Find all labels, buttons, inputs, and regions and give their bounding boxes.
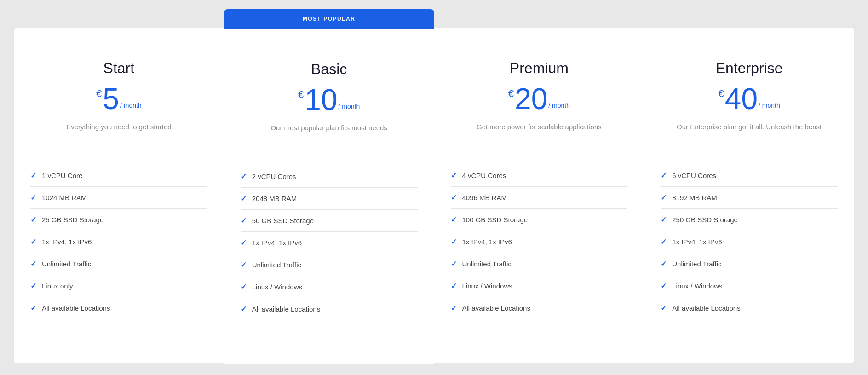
plan-price-enterprise: €40/ month [661, 84, 838, 114]
plan-card-start: Start€5/ monthEverything you need to get… [14, 28, 224, 363]
feature-text: 250 GB SSD Storage [672, 216, 738, 224]
checkmark-icon: ✓ [30, 215, 36, 224]
plan-period-basic: / month [338, 103, 360, 110]
feature-item: ✓25 GB SSD Storage [30, 209, 207, 231]
feature-item: ✓Linux / Windows [451, 275, 628, 297]
checkmark-icon: ✓ [661, 193, 667, 202]
feature-item: ✓250 GB SSD Storage [661, 209, 838, 231]
feature-text: Unlimited Traffic [672, 260, 721, 268]
checkmark-icon: ✓ [451, 304, 457, 312]
feature-item: ✓1024 MB RAM [30, 187, 207, 209]
feature-item: ✓Linux only [30, 275, 207, 297]
checkmark-icon: ✓ [30, 193, 36, 202]
feature-text: Linux / Windows [252, 283, 302, 291]
feature-item: ✓Linux / Windows [241, 276, 418, 298]
checkmark-icon: ✓ [451, 237, 457, 246]
plan-description-basic: Our most popular plan fits most needs [241, 123, 418, 150]
checkmark-icon: ✓ [241, 305, 247, 313]
feature-text: 1x IPv4, 1x IPv6 [462, 238, 512, 246]
feature-text: 1x IPv4, 1x IPv6 [252, 239, 302, 247]
checkmark-icon: ✓ [30, 304, 36, 312]
plan-card-premium: Premium€20/ monthGet more power for scal… [434, 28, 644, 363]
plan-period-premium: / month [548, 102, 570, 109]
feature-item: ✓50 GB SSD Storage [241, 210, 418, 232]
checkmark-icon: ✓ [241, 194, 247, 203]
plans-container: Start€5/ monthEverything you need to get… [14, 9, 854, 364]
feature-item: ✓2048 MB RAM [241, 188, 418, 210]
plan-currency-enterprise: € [719, 88, 724, 100]
plan-description-start: Everything you need to get started [30, 122, 207, 150]
plan-divider-enterprise [661, 161, 838, 161]
feature-text: Linux only [42, 282, 73, 290]
feature-item: ✓2 vCPU Cores [241, 166, 418, 188]
checkmark-icon: ✓ [661, 215, 667, 224]
feature-text: Unlimited Traffic [252, 261, 301, 269]
feature-text: 1x IPv4, 1x IPv6 [672, 238, 722, 246]
plan-period-start: / month [120, 102, 142, 109]
checkmark-icon: ✓ [451, 215, 457, 224]
checkmark-icon: ✓ [661, 304, 667, 312]
most-popular-banner: MOST POPULAR [224, 9, 434, 29]
plan-price-premium: €20/ month [451, 84, 628, 114]
feature-text: 100 GB SSD Storage [462, 216, 528, 224]
plan-name-enterprise: Enterprise [661, 60, 838, 77]
feature-text: 25 GB SSD Storage [42, 216, 103, 224]
feature-item: ✓6 vCPU Cores [661, 165, 838, 187]
feature-text: Unlimited Traffic [462, 260, 512, 268]
checkmark-icon: ✓ [241, 283, 247, 291]
feature-item: ✓100 GB SSD Storage [451, 209, 628, 231]
plan-description-enterprise: Our Enterprise plan got it all. Unleash … [661, 122, 838, 150]
plan-price-start: €5/ month [30, 84, 207, 114]
plan-amount-start: 5 [103, 84, 119, 114]
features-list-premium: ✓4 vCPU Cores✓4096 MB RAM✓100 GB SSD Sto… [451, 165, 628, 319]
features-list-basic: ✓2 vCPU Cores✓2048 MB RAM✓50 GB SSD Stor… [241, 166, 418, 320]
plan-divider-premium [451, 161, 628, 161]
plan-divider-start [30, 161, 207, 161]
checkmark-icon: ✓ [661, 237, 667, 246]
plan-card-basic: Basic€10/ monthOur most popular plan fit… [224, 29, 434, 364]
checkmark-icon: ✓ [241, 216, 247, 225]
checkmark-icon: ✓ [30, 171, 36, 180]
feature-item: ✓Unlimited Traffic [30, 253, 207, 275]
checkmark-icon: ✓ [661, 171, 667, 180]
feature-text: 8192 MB RAM [672, 194, 717, 202]
plan-name-premium: Premium [451, 60, 628, 77]
feature-item: ✓Unlimited Traffic [241, 254, 418, 276]
feature-text: Unlimited Traffic [42, 260, 91, 268]
checkmark-icon: ✓ [241, 238, 247, 247]
feature-item: ✓1 vCPU Core [30, 165, 207, 187]
plan-period-enterprise: / month [759, 102, 780, 109]
plan-amount-premium: 20 [515, 84, 547, 114]
feature-item: ✓1x IPv4, 1x IPv6 [30, 231, 207, 253]
feature-item: ✓1x IPv4, 1x IPv6 [661, 231, 838, 253]
checkmark-icon: ✓ [451, 260, 457, 268]
feature-text: 2048 MB RAM [252, 195, 297, 202]
feature-text: All available Locations [672, 304, 740, 312]
checkmark-icon: ✓ [661, 260, 667, 268]
features-list-start: ✓1 vCPU Core✓1024 MB RAM✓25 GB SSD Stora… [30, 165, 207, 319]
checkmark-icon: ✓ [241, 172, 247, 181]
feature-item: ✓1x IPv4, 1x IPv6 [241, 232, 418, 254]
feature-item: ✓Unlimited Traffic [661, 253, 838, 275]
plan-amount-basic: 10 [305, 85, 337, 115]
feature-item: ✓All available Locations [241, 298, 418, 320]
feature-item: ✓All available Locations [661, 297, 838, 319]
plan-currency-basic: € [298, 89, 304, 101]
checkmark-icon: ✓ [451, 282, 457, 290]
feature-item: ✓4 vCPU Cores [451, 165, 628, 187]
plan-currency-start: € [96, 88, 102, 100]
checkmark-icon: ✓ [30, 237, 36, 246]
checkmark-icon: ✓ [661, 282, 667, 290]
plan-name-start: Start [30, 60, 207, 77]
feature-text: Linux / Windows [462, 282, 512, 290]
feature-item: ✓All available Locations [451, 297, 628, 319]
feature-text: 1024 MB RAM [42, 194, 87, 202]
feature-item: ✓8192 MB RAM [661, 187, 838, 209]
checkmark-icon: ✓ [241, 260, 247, 269]
feature-item: ✓1x IPv4, 1x IPv6 [451, 231, 628, 253]
feature-text: Linux / Windows [672, 282, 722, 290]
plan-price-basic: €10/ month [241, 85, 418, 115]
feature-text: 4 vCPU Cores [462, 172, 506, 179]
feature-text: All available Locations [252, 305, 320, 313]
feature-text: All available Locations [462, 304, 530, 312]
